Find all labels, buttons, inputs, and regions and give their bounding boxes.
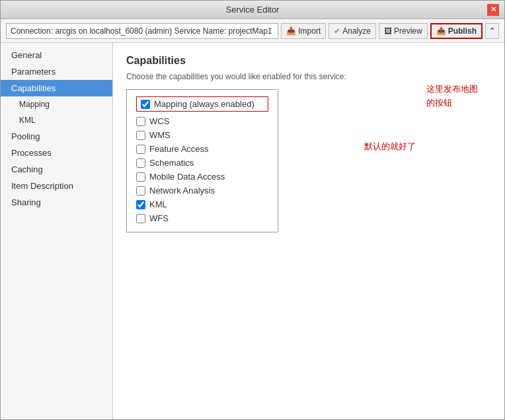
analyze-button[interactable]: ✔ Analyze <box>329 23 376 39</box>
capability-checkbox-wfs[interactable] <box>136 214 145 223</box>
chevron-up-icon: ⌃ <box>489 26 495 34</box>
sidebar-item-caching[interactable]: Caching <box>1 161 112 178</box>
annotation-default: 默认的就好了 <box>364 141 416 153</box>
capability-label: WFS <box>149 213 169 223</box>
sidebar-item-processes[interactable]: Processes <box>1 145 112 161</box>
analyze-icon: ✔ <box>334 26 340 36</box>
publish-icon: 📤 <box>436 26 446 36</box>
capability-item-wfs: WFS <box>136 211 268 225</box>
capability-item-wcs: WCS <box>136 114 268 128</box>
capability-item-network-analysis: Network Analysis <box>136 184 268 197</box>
capability-label: Mobile Data Access <box>149 172 225 182</box>
import-icon: 📥 <box>286 26 296 36</box>
sidebar: GeneralParametersCapabilitiesMappingKMLP… <box>1 43 113 419</box>
capability-checkbox-feature-access[interactable] <box>136 145 145 154</box>
capability-label: KML <box>149 199 167 209</box>
import-button[interactable]: 📥 Import <box>281 23 326 39</box>
annotation-publish: 这里发布地图的按钮 <box>426 83 478 110</box>
sidebar-item-pooling[interactable]: Pooling <box>1 128 112 145</box>
page-title: Capabilities <box>126 55 491 67</box>
capability-checkbox-mapping-(always-enabled)[interactable] <box>141 100 150 109</box>
capability-label: Mapping (always enabled) <box>154 99 254 109</box>
capability-label: WMS <box>149 130 171 140</box>
capability-label: WCS <box>149 116 169 126</box>
preview-icon: 🖼 <box>384 26 392 36</box>
capability-item-wms: WMS <box>136 128 268 142</box>
close-button[interactable]: ✕ <box>487 4 499 16</box>
window-title: Service Editor <box>18 5 487 15</box>
publish-button[interactable]: 📤 Publish <box>430 23 483 39</box>
service-editor-window: Service Editor ✕ Connection: arcgis on l… <box>0 0 505 420</box>
capability-checkbox-wms[interactable] <box>136 131 145 140</box>
expand-button[interactable]: ⌃ <box>485 23 499 39</box>
analyze-label: Analyze <box>342 26 371 36</box>
publish-label: Publish <box>448 26 477 36</box>
sidebar-item-parameters[interactable]: Parameters <box>1 63 112 80</box>
sidebar-item-sharing[interactable]: Sharing <box>1 194 112 211</box>
connection-info: Connection: arcgis on localhost_6080 (ad… <box>6 23 278 39</box>
capability-item-feature-access: Feature Access <box>136 142 268 156</box>
import-label: Import <box>298 26 321 36</box>
preview-label: Preview <box>394 26 422 36</box>
main-content: GeneralParametersCapabilitiesMappingKMLP… <box>1 43 504 419</box>
content-area: Capabilities Choose the capabilities you… <box>113 43 504 419</box>
capability-item-mapping-(always-enabled): Mapping (always enabled) <box>136 96 268 112</box>
capability-item-schematics: Schematics <box>136 156 268 170</box>
capability-checkbox-network-analysis[interactable] <box>136 186 145 195</box>
capability-checkbox-mobile-data-access[interactable] <box>136 172 145 182</box>
capability-checkbox-schematics[interactable] <box>136 158 145 168</box>
sidebar-item-mapping[interactable]: Mapping <box>1 96 112 112</box>
preview-button[interactable]: 🖼 Preview <box>379 23 428 39</box>
page-description: Choose the capabilities you would like e… <box>126 72 491 81</box>
capability-label: Schematics <box>149 158 194 168</box>
toolbar: Connection: arcgis on localhost_6080 (ad… <box>1 19 504 43</box>
capability-item-kml: KML <box>136 197 268 211</box>
capabilities-box: Mapping (always enabled)WCSWMSFeature Ac… <box>126 89 278 232</box>
capability-label: Network Analysis <box>149 186 215 195</box>
sidebar-item-capabilities[interactable]: Capabilities <box>1 80 112 96</box>
sidebar-item-general[interactable]: General <box>1 47 112 63</box>
title-bar: Service Editor ✕ <box>1 1 504 19</box>
capability-label: Feature Access <box>149 144 209 154</box>
capability-item-mobile-data-access: Mobile Data Access <box>136 170 268 184</box>
capability-checkbox-kml[interactable] <box>136 200 145 209</box>
sidebar-item-kml[interactable]: KML <box>1 112 112 128</box>
capability-checkbox-wcs[interactable] <box>136 117 145 126</box>
sidebar-item-item-description[interactable]: Item Description <box>1 178 112 194</box>
